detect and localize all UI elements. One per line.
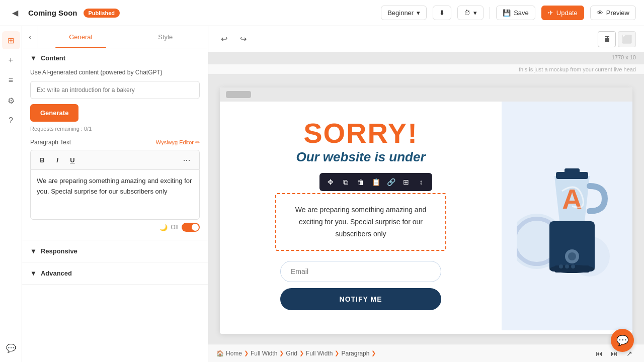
float-toolbar: ✥ ⧉ 🗑 📋 🔗 ⊞ ↕ bbox=[319, 173, 432, 191]
canvas-content: SORRY! Our website is under ✥ ⧉ 🗑 📋 🔗 ⊞ bbox=[208, 77, 644, 344]
nav-prev-button[interactable]: ⏮ bbox=[593, 347, 606, 360]
toggle-switch[interactable] bbox=[182, 223, 200, 232]
advanced-chevron-icon: ▼ bbox=[30, 269, 37, 277]
breadcrumb-item-fullwidth2[interactable]: Full Width bbox=[306, 350, 333, 357]
undo-button[interactable]: ↩ bbox=[216, 32, 231, 47]
svg-point-9 bbox=[565, 264, 569, 268]
breadcrumb-item-home[interactable]: 🏠 Home bbox=[216, 350, 242, 357]
sidebar-item-list[interactable]: ≡ bbox=[2, 71, 20, 89]
float-duplicate-icon[interactable]: 📋 bbox=[369, 175, 383, 189]
history-icon: ⏱ bbox=[464, 9, 470, 17]
breadcrumb-item-fullwidth1[interactable]: Full Width bbox=[251, 350, 277, 357]
chevron-down-icon: ▾ bbox=[417, 9, 420, 17]
svg-rect-12 bbox=[565, 168, 580, 174]
requests-remaining: Requests remaining : 0/1 bbox=[30, 126, 200, 132]
canvas-tools-right: 🖥 ⬜ bbox=[598, 31, 636, 47]
preview-button[interactable]: 👁 Preview bbox=[590, 6, 636, 20]
download-icon: ⬇ bbox=[439, 9, 445, 17]
divider bbox=[490, 7, 490, 19]
back-arrow-icon: ◀ bbox=[12, 8, 18, 18]
responsive-section-title: Responsive bbox=[41, 247, 77, 255]
paragraph-text-area[interactable]: We are preparing something amazing and e… bbox=[30, 169, 200, 220]
content-section: ▼ Content Use AI-generated content (powe… bbox=[22, 48, 208, 240]
bold-button[interactable]: B bbox=[36, 153, 49, 166]
more-options-icon[interactable]: ··· bbox=[179, 153, 194, 166]
advanced-section-header[interactable]: ▼ Advanced bbox=[22, 262, 208, 284]
topbar-back-button[interactable]: ◀ bbox=[8, 6, 22, 20]
breadcrumb-arrow-2: ❯ bbox=[279, 350, 284, 356]
blender-illustration: A bbox=[517, 141, 617, 292]
desktop-view-button[interactable]: 🖥 bbox=[598, 31, 616, 47]
sidebar-item-settings[interactable]: ⚙ bbox=[2, 92, 20, 110]
notify-button[interactable]: NOTIFY ME bbox=[280, 288, 441, 310]
content-section-header[interactable]: ▼ Content bbox=[22, 48, 208, 68]
level-label: Beginner bbox=[387, 9, 414, 17]
responsive-chevron-icon: ▼ bbox=[30, 247, 37, 255]
tab-general[interactable]: General bbox=[38, 26, 123, 48]
italic-button[interactable]: I bbox=[51, 153, 64, 166]
main-layout: ⊞ + ≡ ⚙ ? 💬 ‹ General Style ▼ Content Us… bbox=[0, 26, 644, 362]
float-delete-icon[interactable]: 🗑 bbox=[354, 175, 368, 189]
level-dropdown[interactable]: Beginner ▾ bbox=[381, 6, 427, 20]
update-button[interactable]: ✈ Update bbox=[541, 6, 584, 20]
breadcrumb-arrow-3: ❯ bbox=[299, 350, 304, 356]
canvas-toolbar: ↩ ↪ 🖥 ⬜ bbox=[208, 26, 644, 52]
tablet-view-button[interactable]: ⬜ bbox=[618, 31, 636, 47]
breadcrumb-arrow-5: ❯ bbox=[371, 350, 376, 356]
breadcrumb-item-paragraph[interactable]: Paragraph bbox=[341, 350, 369, 357]
svg-point-7 bbox=[568, 252, 576, 260]
paragraph-box[interactable]: We are preparing something amazing and e… bbox=[275, 193, 446, 251]
wysiwyg-editor-button[interactable]: Wysiwyg Editor ✏ bbox=[156, 139, 200, 146]
svg-text:A: A bbox=[562, 184, 582, 215]
tab-style[interactable]: Style bbox=[123, 26, 208, 48]
sidebar-item-help[interactable]: ? bbox=[2, 112, 20, 130]
generate-button[interactable]: Generate bbox=[30, 104, 78, 122]
canvas-frame: 1770 x 10 this is just a mockup from you… bbox=[208, 52, 644, 344]
mockup-notice: this is just a mockup from your current … bbox=[208, 64, 644, 75]
content-section-title: Content bbox=[41, 54, 65, 62]
email-input[interactable] bbox=[280, 261, 441, 282]
ai-prompt-input[interactable] bbox=[30, 81, 200, 99]
toggle-label: Off bbox=[171, 224, 179, 231]
sidebar-item-chat[interactable]: 💬 bbox=[2, 339, 20, 357]
published-badge: Published bbox=[84, 9, 120, 18]
ai-label: Use AI-generated content (powered by Cha… bbox=[30, 68, 200, 77]
chat-bubble-icon: 💬 bbox=[616, 334, 629, 346]
breadcrumb-arrow-4: ❯ bbox=[335, 350, 339, 356]
responsive-section-header[interactable]: ▼ Responsive bbox=[22, 240, 208, 262]
page-inner: SORRY! Our website is under ✥ ⧉ 🗑 📋 🔗 ⊞ bbox=[220, 102, 632, 330]
advanced-section-title: Advanced bbox=[41, 269, 72, 277]
panel-body: ▼ Content Use AI-generated content (powe… bbox=[22, 48, 208, 362]
paragraph-label-row: Paragraph Text Wysiwyg Editor ✏ bbox=[30, 139, 200, 146]
chat-bubble[interactable]: 💬 bbox=[611, 329, 634, 352]
history-button[interactable]: ⏱ ▾ bbox=[457, 6, 484, 20]
float-grid-icon[interactable]: ⊞ bbox=[399, 175, 413, 189]
float-link-icon[interactable]: 🔗 bbox=[384, 175, 398, 189]
advanced-section: ▼ Advanced bbox=[22, 262, 208, 285]
save-button[interactable]: 💾 Save bbox=[496, 6, 535, 20]
sidebar-item-add[interactable]: + bbox=[2, 51, 20, 69]
redo-button[interactable]: ↪ bbox=[235, 32, 251, 47]
chevron-history: ▾ bbox=[473, 9, 477, 17]
breadcrumb-arrow-1: ❯ bbox=[244, 350, 249, 356]
update-icon: ✈ bbox=[548, 9, 553, 17]
panel-back-button[interactable]: ‹ bbox=[22, 26, 38, 48]
underline-button[interactable]: U bbox=[66, 153, 79, 166]
page-canvas: SORRY! Our website is under ✥ ⧉ 🗑 📋 🔗 ⊞ bbox=[220, 87, 632, 334]
paragraph-content: We are preparing something amazing and e… bbox=[286, 204, 435, 240]
breadcrumb-item-grid[interactable]: Grid bbox=[286, 350, 297, 357]
float-move-icon[interactable]: ✥ bbox=[324, 175, 338, 189]
sidebar-item-layers[interactable]: ⊞ bbox=[2, 31, 20, 49]
page-left: SORRY! Our website is under ✥ ⧉ 🗑 📋 🔗 ⊞ bbox=[220, 102, 502, 330]
float-copy-icon[interactable]: ⧉ bbox=[339, 175, 353, 189]
float-arrows-icon[interactable]: ↕ bbox=[414, 175, 428, 189]
canvas-area: ↩ ↪ 🖥 ⬜ 1770 x 10 this is just a mockup … bbox=[208, 26, 644, 362]
toggle-row: 🌙 Off bbox=[30, 220, 200, 232]
toggle-knob bbox=[192, 224, 199, 231]
svg-point-8 bbox=[559, 264, 563, 268]
page-title: Coming Soon bbox=[28, 9, 77, 17]
save-icon: 💾 bbox=[503, 9, 511, 17]
download-button[interactable]: ⬇ bbox=[433, 6, 451, 20]
svg-rect-3 bbox=[549, 221, 595, 272]
preview-icon: 👁 bbox=[597, 9, 603, 17]
